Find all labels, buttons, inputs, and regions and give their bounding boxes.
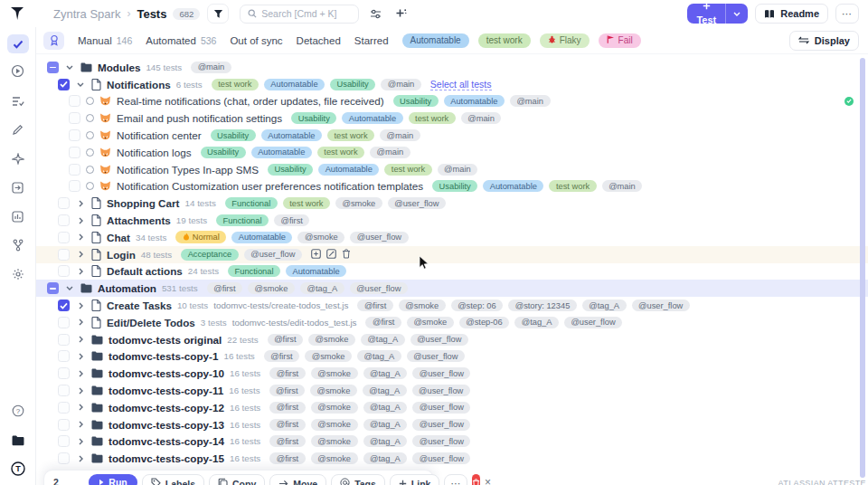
row-name[interactable]: todomvc-tests original bbox=[108, 334, 222, 346]
row-name[interactable]: todomvc-tests-copy-14 bbox=[108, 435, 224, 447]
row-tag[interactable]: Automatable bbox=[251, 147, 312, 158]
row-tag[interactable]: Usability bbox=[393, 95, 439, 107]
test-status-radio[interactable] bbox=[86, 131, 94, 139]
filter-item-automated[interactable]: Automated536 bbox=[146, 35, 216, 46]
row-tag[interactable]: @user_flow bbox=[412, 435, 470, 447]
row-tag[interactable]: @first bbox=[207, 282, 242, 294]
readme-button[interactable]: Readme bbox=[755, 4, 828, 24]
row-name[interactable]: Default actions bbox=[107, 265, 183, 277]
row-name[interactable]: Create Tasks bbox=[107, 300, 172, 311]
tree-row[interactable]: todomvc-tests-copy-1416 tests@first@smok… bbox=[36, 433, 868, 451]
row-checkbox[interactable] bbox=[58, 367, 70, 379]
row-name[interactable]: Login bbox=[107, 249, 136, 261]
sidebar-item-check[interactable] bbox=[7, 34, 29, 53]
row-tag[interactable]: @user_flow bbox=[388, 197, 446, 209]
row-tag[interactable]: Usability bbox=[291, 112, 336, 124]
row-tag[interactable]: @tag_A bbox=[363, 385, 407, 396]
test-status-radio[interactable] bbox=[86, 148, 94, 157]
filter-tag-flaky[interactable]: Flaky bbox=[540, 33, 590, 48]
tree-row[interactable]: todomvc-tests original22 tests@first@smo… bbox=[36, 331, 868, 348]
sidebar-item-runs[interactable] bbox=[7, 63, 29, 82]
filter-tag-fail[interactable]: Fail bbox=[599, 33, 641, 48]
row-tag[interactable]: @smoke bbox=[297, 232, 344, 243]
row-tag[interactable]: @main bbox=[380, 129, 420, 141]
row-tag[interactable]: @main bbox=[381, 79, 421, 90]
tree-row[interactable]: Real-time notifications (chat, order upd… bbox=[36, 93, 868, 110]
select-all-tests-link[interactable]: Select all tests bbox=[430, 79, 492, 90]
add-test-dropdown[interactable] bbox=[726, 12, 748, 16]
row-tag[interactable]: @user_flow bbox=[244, 249, 302, 261]
row-tag[interactable]: @story: 12345 bbox=[508, 300, 577, 311]
tree-row[interactable]: Automation531 tests@first@smoke@tag_A@us… bbox=[36, 280, 868, 297]
row-checkbox[interactable] bbox=[58, 300, 70, 311]
row-tag[interactable]: @user_flow bbox=[412, 452, 470, 464]
row-name[interactable]: Notification Types In-app SMS bbox=[117, 164, 259, 176]
row-name[interactable]: todomvc-tests-copy-12 bbox=[108, 402, 224, 414]
row-checkbox[interactable] bbox=[58, 385, 70, 396]
row-tag[interactable]: @tag_A bbox=[514, 317, 559, 328]
row-checkbox[interactable] bbox=[58, 419, 70, 431]
row-tag[interactable]: test work bbox=[317, 147, 364, 158]
row-name[interactable]: Automation bbox=[98, 282, 156, 294]
run-button[interactable]: Run bbox=[89, 474, 137, 485]
row-name[interactable]: Notification Customization user preferen… bbox=[117, 180, 423, 192]
tree-row[interactable]: Edit/Delete Todos3 teststodomvc-tests/ed… bbox=[36, 314, 868, 331]
row-tag[interactable]: @tag_A bbox=[363, 367, 408, 379]
row-tag[interactable]: @user_flow bbox=[407, 350, 465, 362]
chevron-right-icon[interactable] bbox=[75, 217, 86, 224]
row-tag[interactable]: @smoke bbox=[399, 300, 446, 311]
copy-button[interactable]: Copy bbox=[209, 474, 265, 485]
row-tag[interactable]: @tag_A bbox=[363, 452, 408, 464]
row-checkbox[interactable] bbox=[58, 197, 70, 209]
test-status-radio[interactable] bbox=[86, 182, 94, 190]
chevron-right-icon[interactable] bbox=[75, 268, 86, 275]
row-tag[interactable]: @first bbox=[365, 317, 401, 328]
row-checkbox[interactable] bbox=[69, 164, 80, 176]
row-checkbox[interactable] bbox=[47, 282, 59, 294]
trash-icon[interactable] bbox=[342, 246, 351, 262]
tree-row[interactable]: Notifications6 teststest workAutomatable… bbox=[36, 76, 868, 93]
filter-item-manual[interactable]: Manual146 bbox=[78, 35, 132, 46]
row-tag[interactable]: Normal bbox=[175, 231, 226, 243]
filter-item-out-of-sync[interactable]: Out of sync bbox=[230, 35, 282, 46]
search-box[interactable] bbox=[240, 5, 359, 24]
tree-row[interactable]: todomvc-tests-copy-1116 tests@first@smok… bbox=[36, 382, 868, 399]
row-checkbox[interactable] bbox=[69, 147, 80, 158]
row-name[interactable]: Edit/Delete Todos bbox=[107, 317, 195, 328]
more-button[interactable]: ⋯ bbox=[835, 4, 859, 24]
row-tag[interactable]: Usability bbox=[201, 147, 246, 158]
row-checkbox[interactable] bbox=[69, 112, 80, 124]
row-tag[interactable]: @user_flow bbox=[412, 402, 470, 414]
row-tag[interactable]: Functional bbox=[216, 214, 269, 226]
filter-item-starred[interactable]: Starred bbox=[354, 35, 389, 46]
row-name[interactable]: todomvc-tests-copy-1 bbox=[108, 350, 218, 362]
chevron-right-icon[interactable] bbox=[75, 370, 86, 377]
tree-row[interactable]: Chat34 testsNormalAutomatable@smoke@user… bbox=[36, 229, 868, 246]
row-name[interactable]: Notifications bbox=[107, 79, 171, 90]
row-tag[interactable]: Functional bbox=[225, 197, 278, 209]
sidebar-item-settings[interactable] bbox=[7, 266, 29, 285]
row-tag[interactable]: Usability bbox=[268, 164, 313, 176]
row-tag[interactable]: Automatable bbox=[318, 164, 379, 176]
row-tag[interactable]: @user_flow bbox=[632, 300, 690, 311]
test-status-radio[interactable] bbox=[86, 97, 94, 105]
row-tag[interactable]: test work bbox=[212, 79, 259, 90]
link-button[interactable]: Link bbox=[390, 474, 440, 485]
row-checkbox[interactable] bbox=[69, 129, 80, 141]
filter-funnel-button[interactable] bbox=[207, 4, 229, 24]
row-tag[interactable]: test work bbox=[549, 180, 596, 192]
tree-row[interactable]: Attachments19 testsFunctional@first bbox=[36, 212, 868, 229]
chevron-right-icon[interactable] bbox=[75, 387, 86, 395]
row-checkbox[interactable] bbox=[69, 95, 80, 107]
row-tag[interactable]: @tag_A bbox=[363, 402, 408, 414]
row-tag[interactable]: Usability bbox=[330, 79, 375, 90]
row-name[interactable]: Chat bbox=[107, 232, 130, 243]
chevron-right-icon[interactable] bbox=[75, 251, 86, 258]
sidebar-item-plane[interactable] bbox=[7, 150, 29, 169]
row-tag[interactable]: @main bbox=[461, 112, 502, 124]
row-checkbox[interactable] bbox=[58, 317, 70, 328]
row-tag[interactable]: @first bbox=[269, 367, 305, 379]
tree-row[interactable]: Create Tasks10 teststodomvc-tests/create… bbox=[36, 297, 868, 314]
row-tag[interactable]: test work bbox=[384, 164, 431, 176]
row-tag[interactable]: @first bbox=[269, 435, 305, 447]
